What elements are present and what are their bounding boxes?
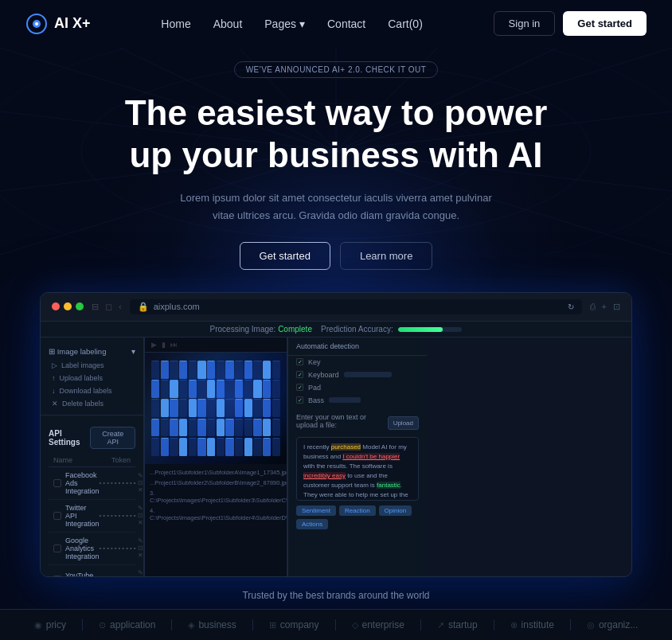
share-icon[interactable]: ⎙ [590, 302, 596, 312]
row-checkbox[interactable] [53, 512, 61, 520]
key [189, 438, 197, 456]
close-button-browser[interactable] [52, 302, 60, 310]
url-text: aixplus.com [154, 302, 200, 311]
upload-button[interactable]: Upload [388, 416, 419, 430]
address-bar[interactable]: 🔒 aixplus.com ↻ [130, 299, 582, 314]
key [170, 380, 178, 398]
accuracy-bar [398, 327, 462, 332]
key [217, 399, 225, 417]
brand-icon-business: ◈ [188, 620, 194, 630]
refresh-icon[interactable]: ↻ [568, 302, 574, 311]
nav-home[interactable]: Home [161, 18, 190, 30]
menu-icon[interactable]: ⊡ [613, 302, 620, 312]
delete-labels-item[interactable]: ✕ Delete labels [41, 397, 143, 410]
row-checkbox[interactable] [53, 576, 61, 577]
brand-icon-enterprise: ◇ [352, 620, 358, 630]
announcement-badge[interactable]: WE'VE ANNOUNCED AI+ 2.0. CHECK IT OUT [234, 61, 439, 78]
nav-contact[interactable]: Contact [327, 18, 365, 30]
image-labeling-header[interactable]: ⊞ Image labeling ▾ [41, 344, 143, 359]
brand-icon-organiz: ◎ [587, 620, 595, 630]
create-api-button[interactable]: Create API [90, 427, 135, 449]
key [207, 438, 215, 456]
tag-actions[interactable]: Actions [296, 519, 328, 529]
key [170, 419, 178, 437]
get-started-nav-button[interactable]: Get started [563, 11, 647, 36]
detection-checkbox[interactable]: ✓ [296, 371, 303, 378]
row-checkbox[interactable] [53, 479, 61, 487]
highlight-fantastic: fantastic [377, 482, 400, 489]
key [189, 399, 197, 417]
detection-item-bass: ✓ Bass [288, 394, 427, 407]
brand-label-startup: startup [448, 619, 478, 630]
list-item[interactable]: 3. C:\Projects\Images\Project1\Subfolder… [150, 488, 282, 505]
api-section: API Settings Create API Name Token Faceb… [41, 420, 143, 577]
col-header-token: Token [111, 456, 131, 464]
list-item[interactable]: 4. C:\Projects\Images\Project1\Subfolder… [150, 505, 282, 523]
stop-icon[interactable]: ▮ [162, 341, 166, 349]
key [235, 438, 243, 456]
key [189, 419, 197, 437]
back-icon[interactable]: ⊟ [92, 302, 99, 312]
brand-label-organiz: organiz... [599, 619, 638, 630]
table-row: Twitter API Integration •••••••••• ✎ ⊡ ✕ [49, 500, 135, 533]
signin-button[interactable]: Sign in [494, 11, 556, 36]
add-tab-icon[interactable]: + [602, 302, 607, 312]
brand-label-application: application [110, 619, 155, 630]
list-item[interactable]: ...Project1\Subfolder2\SubfolderB\Image2… [150, 478, 282, 488]
detection-checkbox[interactable]: ✓ [296, 358, 303, 365]
key [225, 438, 233, 456]
key [197, 419, 205, 437]
text-panel-title: Enter your own text or upload a file: [296, 413, 388, 429]
key [217, 419, 225, 437]
logo[interactable]: AI X+ [25, 13, 91, 35]
brand-item-institute: ⊗ institute [494, 619, 571, 630]
get-started-button[interactable]: Get started [240, 242, 330, 270]
key [170, 438, 178, 456]
tag-sentiment[interactable]: Sentiment [296, 505, 336, 516]
list-item[interactable]: ...Project1\Subfolder1\SubfolderA\Image1… [150, 467, 282, 478]
forward-icon[interactable]: ‹ [119, 302, 122, 311]
key [225, 419, 233, 437]
upload-icon: ↑ [52, 374, 56, 382]
detection-item-pad: ✓ Pad [288, 381, 427, 394]
minimize-button-browser[interactable] [64, 302, 72, 310]
skip-icon[interactable]: ⏭ [170, 341, 178, 349]
tag-opinion[interactable]: Opinion [379, 505, 412, 516]
brand-label-pricy: pricy [46, 619, 66, 630]
row-token: •••••••••• [100, 479, 138, 486]
learn-more-button[interactable]: Learn more [340, 242, 432, 270]
brand-icon-institute: ⊗ [510, 620, 518, 630]
key [179, 380, 187, 398]
nav-pages[interactable]: Pages ▾ [264, 18, 305, 30]
key [253, 380, 261, 398]
detection-checkbox[interactable]: ✓ [296, 384, 303, 391]
key [151, 399, 159, 417]
key [161, 399, 169, 417]
text-mid2: with the results. The software is [303, 462, 393, 470]
play-icon[interactable]: ▶ [151, 341, 157, 349]
key [179, 399, 187, 417]
brand-label-institute: institute [522, 619, 554, 630]
tag-reaction[interactable]: Reaction [339, 505, 376, 516]
key [253, 361, 261, 379]
browser-topbar: ⊟ ◻ ‹ 🔒 aixplus.com ↻ ⎙ + ⊡ [41, 293, 631, 322]
maximize-button-browser[interactable] [76, 302, 84, 310]
detection-checkbox[interactable]: ✓ [296, 396, 303, 404]
browser-mockup: ⊟ ◻ ‹ 🔒 aixplus.com ↻ ⎙ + ⊡ Processing I… [40, 292, 632, 577]
accuracy-label: Prediction Accuracy: [321, 325, 393, 334]
key [151, 438, 159, 456]
download-labels-item[interactable]: ↓ Download labels [41, 384, 143, 397]
highlight-incredible: incredibly easy [303, 472, 346, 479]
label-images-item[interactable]: ▷ Label images [41, 359, 143, 372]
row-checkbox[interactable] [53, 544, 61, 552]
upload-labels-item[interactable]: ↑ Upload labels [41, 372, 143, 384]
nav-cart[interactable]: Cart(0) [388, 18, 423, 30]
key [244, 380, 252, 398]
key [161, 380, 169, 398]
key [244, 399, 252, 417]
nav-about[interactable]: About [213, 18, 243, 30]
browser-window: ⊟ ◻ ‹ 🔒 aixplus.com ↻ ⎙ + ⊡ Processing I… [40, 292, 632, 577]
key [235, 419, 243, 437]
brand-item-application: ⊙ application [83, 619, 172, 630]
text-analysis-input[interactable]: I recently purchased Model AI for my bus… [296, 437, 419, 501]
